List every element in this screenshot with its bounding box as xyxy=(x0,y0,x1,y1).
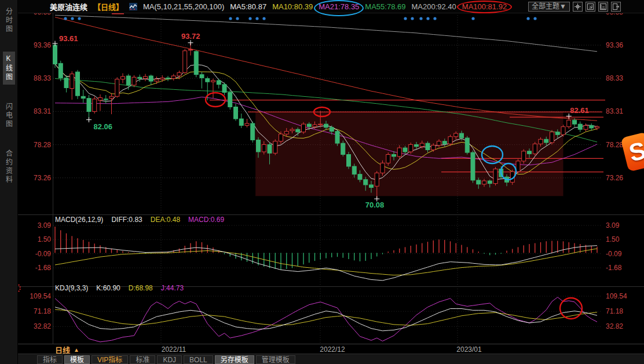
svg-text:-0.09: -0.09 xyxy=(35,250,52,258)
svg-text:2022/11: 2022/11 xyxy=(162,345,186,354)
svg-text:-0.09: -0.09 xyxy=(606,250,622,258)
svg-text:93.36: 93.36 xyxy=(606,41,623,49)
svg-text:2023/01: 2023/01 xyxy=(456,345,482,354)
svg-text:71.18: 71.18 xyxy=(34,307,51,315)
chart-canvas[interactable]: 98.3898.3893.3693.3688.3388.3383.3183.31… xyxy=(0,0,644,364)
macd-dea-value: DEA:0.48 xyxy=(151,216,180,224)
svg-text:78.28: 78.28 xyxy=(34,141,51,149)
theme-dropdown-button[interactable]: 全部主题▼ xyxy=(528,2,570,12)
kdj-header: KDJ(9,3,3) K:60.90 D:68.98 J:44.73 xyxy=(55,284,184,292)
footer-tab[interactable]: VIP指标 xyxy=(92,355,128,364)
macd-header: MACD(26,12,9) DIFF:0.83 DEA:0.48 MACD:0.… xyxy=(55,216,224,224)
svg-text:-1.68: -1.68 xyxy=(35,264,52,272)
footer-tab[interactable]: BOLL xyxy=(184,355,213,364)
svg-text:93.36: 93.36 xyxy=(34,41,51,49)
sidebar: 分时图K线图闪电图合约资料 xyxy=(0,0,18,364)
svg-text:2022/12: 2022/12 xyxy=(320,345,345,354)
svg-text:-1.68: -1.68 xyxy=(606,264,622,272)
ma-legend-item: MA10:80.39 xyxy=(272,2,313,11)
ma-legend-item: MA200:92.40 xyxy=(411,2,456,11)
chart-icon xyxy=(129,3,137,10)
macd-value: MACD:0.69 xyxy=(188,216,224,224)
footer-tab[interactable]: 另存模板 xyxy=(215,355,254,364)
ma-legend-item: MA100:81.92 xyxy=(462,2,507,11)
macd-diff-value: DIFF:0.83 xyxy=(111,216,142,224)
svg-text:1.50: 1.50 xyxy=(38,235,52,243)
ma-legend: MA5:80.87MA10:80.39MA21:78.35MA55:78.69M… xyxy=(230,2,507,11)
kdj-k-value: K:60.90 xyxy=(96,284,120,292)
kdj-j-value: J:44.73 xyxy=(161,284,184,292)
ma-params-label: MA(5,10,21,55,200,100) xyxy=(143,2,224,11)
kdj-params-label: KDJ(9,3,3) xyxy=(55,284,88,292)
pane-layout-icon[interactable] xyxy=(598,2,608,12)
svg-text:78.28: 78.28 xyxy=(606,141,623,149)
kdj-d-value: D:68.98 xyxy=(129,284,153,292)
svg-text:109.54: 109.54 xyxy=(606,292,627,300)
svg-text:83.31: 83.31 xyxy=(606,107,623,115)
topbar-tools: 全部主题▼ xyxy=(528,2,621,12)
ma-legend-item: MA55:78.69 xyxy=(365,2,405,11)
period-tag[interactable]: 【日线】 xyxy=(93,1,123,12)
crosshair-icon[interactable] xyxy=(573,2,583,12)
svg-text:32.82: 32.82 xyxy=(606,322,623,330)
sidebar-item-link[interactable]: 分时图 xyxy=(3,5,15,37)
ma-legend-item: MA21:78.35 xyxy=(319,2,359,11)
ma-legend-item: MA5:80.87 xyxy=(230,2,266,11)
svg-text:83.31: 83.31 xyxy=(34,107,51,115)
svg-text:71.18: 71.18 xyxy=(606,307,623,315)
svg-text:1.50: 1.50 xyxy=(606,235,620,243)
topbar: 美原油连续 【日线】 MA(5,10,21,55,200,100) MA5:80… xyxy=(17,0,644,13)
triangle-up-icon: ▲ xyxy=(74,347,79,353)
macd-params-label: MACD(26,12,9) xyxy=(55,216,103,224)
svg-text:32.82: 32.82 xyxy=(34,322,51,330)
footer-tab[interactable]: 指标 xyxy=(37,355,63,364)
sidebar-item-link[interactable]: 合约资料 xyxy=(3,147,15,187)
footer-tab[interactable]: 管理模板 xyxy=(256,355,295,364)
zoom-in-panel-icon[interactable] xyxy=(586,2,595,12)
svg-text:3.09: 3.09 xyxy=(38,221,52,230)
svg-text:82.06: 82.06 xyxy=(94,122,113,131)
footer-tab[interactable]: KDJ xyxy=(157,355,182,364)
svg-text:3.09: 3.09 xyxy=(606,221,620,230)
svg-text:82.61: 82.61 xyxy=(570,106,589,115)
footer-tab[interactable]: 模板 xyxy=(64,355,90,364)
sidebar-item-active[interactable]: K线图 xyxy=(3,52,15,85)
expand-right-icon[interactable] xyxy=(611,2,621,12)
footer-tab[interactable]: 标准 xyxy=(130,355,155,364)
svg-text:93.61: 93.61 xyxy=(59,34,78,43)
svg-text:73.26: 73.26 xyxy=(606,174,623,182)
svg-text:93.72: 93.72 xyxy=(181,32,200,41)
svg-text:109.54: 109.54 xyxy=(30,292,51,300)
svg-text:73.26: 73.26 xyxy=(34,174,51,182)
svg-text:88.33: 88.33 xyxy=(34,74,51,82)
sidebar-item-link[interactable]: 闪电图 xyxy=(3,100,15,132)
footer-tabbar: 指标模板VIP指标标准KDJBOLL另存模板管理模板 xyxy=(17,354,644,364)
svg-text:70.08: 70.08 xyxy=(365,201,385,209)
svg-text:88.33: 88.33 xyxy=(606,74,623,82)
symbol-name: 美原油连续 xyxy=(50,1,87,12)
